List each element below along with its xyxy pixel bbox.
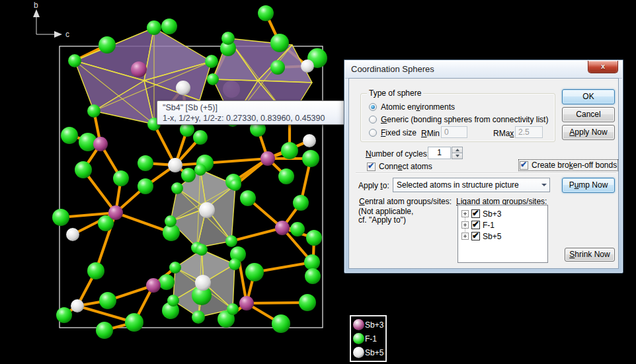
spinner-up-button[interactable]: [452, 147, 463, 153]
atom-f[interactable]: [96, 322, 113, 339]
bond: [205, 159, 268, 163]
atom-f[interactable]: [159, 274, 175, 290]
atom-f[interactable]: [61, 127, 78, 144]
atom-sb5[interactable]: [176, 81, 190, 95]
atom-f[interactable]: [193, 130, 208, 145]
rmax-field[interactable]: 2.5: [515, 126, 543, 138]
atom-f[interactable]: [245, 263, 264, 281]
atom-f[interactable]: [147, 20, 161, 35]
apply-to-value: Selected atoms in structure picture: [393, 180, 538, 190]
close-button[interactable]: x: [588, 61, 618, 73]
atom-f[interactable]: [87, 262, 104, 279]
atom-sb5[interactable]: [199, 202, 215, 218]
atom-sb5[interactable]: [168, 158, 182, 172]
atom-f[interactable]: [194, 164, 206, 176]
tree-item-f1[interactable]: ✔ F-1: [458, 219, 547, 231]
atom-f[interactable]: [302, 150, 319, 167]
atom-f[interactable]: [304, 254, 320, 270]
atom-f[interactable]: [205, 55, 218, 68]
atom-sb3[interactable]: [146, 278, 161, 293]
atom-f[interactable]: [207, 73, 219, 85]
atom-f[interactable]: [281, 142, 298, 159]
atom-sb5[interactable]: [301, 59, 314, 73]
tree-checkbox[interactable]: ✔: [471, 209, 480, 218]
tree-checkbox[interactable]: ✔: [471, 232, 480, 240]
cycles-spinner[interactable]: [452, 147, 463, 159]
atom-f[interactable]: [165, 215, 177, 227]
atom-f[interactable]: [161, 18, 177, 34]
atom-sb3[interactable]: [93, 137, 108, 151]
atom-f[interactable]: [240, 190, 256, 206]
radio-fixed-size[interactable]: Fixed size: [369, 128, 417, 137]
atom-sb3[interactable]: [260, 151, 275, 166]
atom-f[interactable]: [290, 222, 305, 237]
atom-f[interactable]: [181, 168, 196, 182]
type-of-sphere-label: Type of sphere: [367, 89, 423, 98]
rmin-field[interactable]: 0: [441, 126, 467, 138]
atom-f[interactable]: [299, 294, 316, 311]
expand-icon[interactable]: [461, 233, 469, 240]
dialog-titlebar[interactable]: Coordination Spheres: [345, 61, 622, 79]
atom-f[interactable]: [113, 170, 129, 186]
atom-sb3[interactable]: [275, 221, 290, 235]
atom-f[interactable]: [75, 161, 92, 178]
tree-checkbox[interactable]: ✔: [471, 221, 480, 229]
atom-f[interactable]: [229, 258, 241, 270]
atom-f[interactable]: [221, 32, 235, 45]
atom-f[interactable]: [272, 314, 290, 333]
sb5-sphere-icon: [353, 347, 364, 358]
atom-f[interactable]: [167, 295, 179, 307]
atom-f[interactable]: [138, 178, 153, 194]
atom-sb5[interactable]: [303, 134, 316, 147]
atom-sb5[interactable]: [195, 275, 211, 291]
atom-f[interactable]: [225, 235, 237, 247]
radio-label: Atomic environments: [381, 102, 455, 112]
atom-f[interactable]: [229, 179, 241, 191]
atom-f[interactable]: [99, 292, 116, 309]
atom-f[interactable]: [125, 313, 143, 332]
ok-button[interactable]: OK: [562, 89, 615, 104]
radio-generic[interactable]: Generic (bonding spheres from connectivi…: [369, 115, 548, 124]
atom-f[interactable]: [169, 262, 181, 273]
atom-f[interactable]: [192, 310, 205, 324]
atom-f[interactable]: [99, 36, 116, 54]
atom-f[interactable]: [278, 168, 294, 184]
apply-to-select[interactable]: Selected atoms in structure picture: [393, 178, 550, 192]
ligand-tree[interactable]: ✔ Sb+3 ✔ F-1 ✔ Sb+5: [457, 205, 548, 263]
pump-now-button[interactable]: Pump Now: [562, 178, 615, 193]
combo-arrow-button[interactable]: [538, 178, 549, 192]
tree-item-sb3[interactable]: ✔ Sb+3: [458, 208, 547, 219]
tree-item-sb5[interactable]: ✔ Sb+5: [458, 231, 547, 242]
atom-sb3[interactable]: [239, 296, 254, 310]
number-of-cycles-label: Number of cycles:: [366, 149, 429, 159]
atom-f[interactable]: [270, 60, 285, 75]
f1-sphere-icon: [353, 333, 364, 344]
atom-f[interactable]: [87, 104, 100, 118]
apply-now-button[interactable]: Apply Now: [562, 125, 615, 140]
create-broken-off-bonds-checkbox[interactable]: ✔ Create broken-off bonds: [520, 161, 617, 170]
atom-f[interactable]: [52, 209, 69, 226]
atom-f[interactable]: [270, 34, 289, 52]
atom-f[interactable]: [306, 230, 322, 246]
atom-f[interactable]: [171, 182, 183, 194]
atom-sb5[interactable]: [66, 228, 79, 241]
cancel-button[interactable]: Cancel: [562, 107, 615, 122]
radio-atomic-environments[interactable]: Atomic environments: [369, 102, 455, 112]
down-arrow-icon: [456, 155, 459, 157]
number-of-cycles-input[interactable]: 1: [428, 147, 451, 159]
shrink-now-button[interactable]: Shrink Now: [565, 248, 615, 262]
connect-atoms-checkbox[interactable]: ✔ Connect atoms: [367, 162, 432, 171]
spinner-down-button[interactable]: [452, 153, 463, 159]
atom-f[interactable]: [68, 54, 81, 67]
atom-f[interactable]: [258, 5, 274, 21]
atom-f[interactable]: [305, 268, 321, 284]
atom-f[interactable]: [56, 307, 72, 323]
atom-sb3[interactable]: [108, 205, 123, 220]
atom-f[interactable]: [293, 195, 309, 211]
atom-f[interactable]: [196, 244, 208, 256]
atom-f[interactable]: [227, 303, 239, 315]
atom-f[interactable]: [138, 155, 153, 171]
radio-icon: [369, 103, 377, 111]
atom-sb3[interactable]: [131, 61, 147, 77]
atom-sb5[interactable]: [71, 299, 84, 312]
